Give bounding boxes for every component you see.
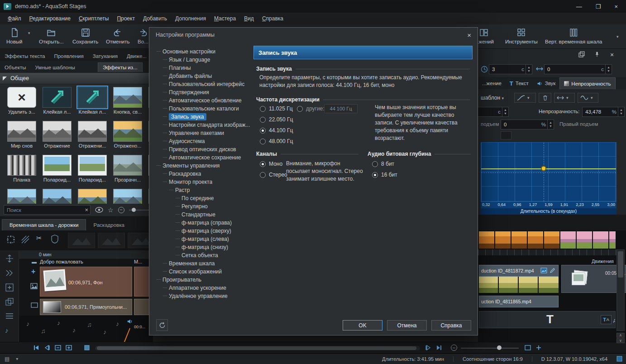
preview-eye-icon[interactable] (95, 207, 103, 213)
hscroll-thumb[interactable] (97, 346, 416, 350)
tree-item[interactable]: ф-матрица (справа) (153, 219, 251, 227)
fit-view-icon[interactable] (524, 344, 531, 351)
samplerate-option-selected[interactable]: 44.100 Гц (260, 127, 293, 134)
tree-item[interactable]: Плагины (153, 64, 251, 72)
tree-item[interactable]: ф-матрица (сверху) (153, 227, 251, 235)
tree-item[interactable]: Автоматическое обновление (153, 96, 251, 105)
effects-group-header[interactable]: Общее (0, 73, 153, 84)
minimize-button[interactable]: — (576, 3, 582, 10)
tree-item[interactable]: Язык / Language (153, 56, 251, 64)
tree-item[interactable]: Монитор проекта (153, 178, 251, 186)
tree-item[interactable]: Настройки стандарта изображ... (153, 121, 251, 129)
effect-item[interactable]: Мир снов (4, 121, 39, 155)
timeline-zoom-slider[interactable] (461, 348, 519, 349)
maximize-button[interactable]: ❒ (596, 3, 601, 10)
marker-icon[interactable] (83, 344, 91, 351)
opacity-spinner[interactable]: 43,478 % ▲▼ (582, 107, 625, 117)
tree-item[interactable]: Пользовательский интерфейс (153, 80, 251, 88)
menu-wizards[interactable]: Мастера (210, 14, 240, 24)
opacity-curve-plot[interactable] (481, 142, 616, 202)
menu-file[interactable]: Файл (4, 14, 25, 24)
tree-item[interactable]: Раскадровка (153, 170, 251, 178)
tree-item[interactable]: Список изображений (153, 268, 251, 276)
effect-item[interactable] (4, 189, 39, 204)
insert-plus-icon[interactable]: + (31, 268, 35, 276)
curve-preset-combo[interactable]: ▾ (514, 93, 536, 103)
keyframe-point[interactable] (541, 166, 546, 171)
step-back-icon[interactable] (43, 344, 51, 351)
skip-start-icon[interactable] (33, 344, 40, 351)
dialog-close-icon[interactable]: × (467, 31, 471, 39)
channel-option[interactable]: Стерео (260, 172, 287, 178)
transform-tool-icon[interactable] (6, 235, 15, 244)
text-clip[interactable]: T TA Дви... (479, 311, 616, 328)
close-button[interactable]: × (614, 3, 618, 10)
tab-smart-templates[interactable]: Умные шаблоны (30, 63, 79, 72)
music-track[interactable]: ♪ ♫ ♪ ♪ ♫ ♪ ♪ 00:0... (19, 316, 153, 342)
check-settings-button[interactable] (156, 319, 168, 331)
clip-background[interactable]: 00:06,971, Фон (40, 267, 132, 297)
effect-item[interactable]: × Удалить э... (4, 87, 39, 121)
effect-item[interactable]: Планка (4, 155, 39, 189)
collapse-track-icon[interactable]: ▬ (32, 259, 37, 264)
new-dropdown-icon[interactable]: ▾ (28, 31, 30, 35)
collapse-arrow-icon[interactable] (3, 77, 7, 81)
right-timeline-ruler[interactable] (478, 249, 616, 255)
range-out-icon[interactable] (65, 344, 72, 351)
toolbar-overflow-icon[interactable]: ▾ (616, 34, 619, 39)
video-clip-2[interactable]: uction ID_4811865.mp4 (479, 296, 559, 307)
effect-item[interactable]: Прозрачн... (110, 155, 145, 189)
open-button[interactable]: Открыть... (35, 26, 67, 46)
thumbnail-size-slider[interactable] (129, 210, 149, 211)
vscroll-thumb[interactable] (618, 251, 623, 278)
slide-thumb[interactable] (577, 231, 592, 249)
spinner-arrows-icon[interactable]: ▲▼ (547, 120, 554, 129)
menu-scriptlets[interactable]: Скриптлеты (75, 14, 113, 24)
effect-item[interactable]: Отражено... (110, 121, 145, 155)
pin-panel-icon[interactable] (594, 51, 600, 57)
scroll-up-icon[interactable]: ∧ (616, 333, 625, 338)
menu-add[interactable]: Добавить (139, 14, 171, 24)
search-input[interactable] (4, 206, 90, 214)
film-frame[interactable] (499, 277, 518, 293)
tree-item[interactable]: Стандартные (153, 211, 251, 219)
rise-spinner-small[interactable] (501, 131, 511, 139)
effect-item[interactable] (75, 189, 110, 204)
slide-thumb[interactable] (593, 231, 608, 249)
slide-thumb[interactable] (560, 231, 576, 249)
scissors-icon[interactable]: ✂ (36, 234, 42, 242)
slide-thumb[interactable] (544, 231, 559, 249)
status-menu-icon[interactable]: ▤ (0, 356, 10, 362)
samplerate-other-option[interactable]: другие: (297, 105, 325, 112)
tab-text[interactable]: TТекст (506, 77, 533, 89)
menu-project[interactable]: Проект (113, 14, 139, 24)
slide-thumb[interactable] (479, 231, 494, 249)
pan-tool-icon[interactable] (5, 254, 14, 263)
text-style-icon[interactable]: TA (601, 315, 612, 324)
save-button[interactable]: Сохранить (69, 26, 102, 46)
tree-item[interactable]: ф-матрица (снизу) (153, 243, 251, 251)
ok-button[interactable]: OK (343, 320, 382, 330)
tree-item[interactable]: Элементы управления (153, 162, 251, 170)
slide-thumb[interactable] (495, 231, 511, 249)
tab-sound[interactable]: Звук (533, 77, 560, 89)
tab-motion[interactable]: ...жение (478, 77, 506, 89)
close-panel-icon[interactable]: × (610, 51, 614, 58)
snap-tool-icon[interactable] (5, 268, 14, 278)
tree-item[interactable]: Временная шкала (153, 259, 251, 268)
spinner-arrows-icon[interactable]: ▲▼ (502, 107, 508, 116)
tree-item[interactable]: Сетка объекта (153, 251, 251, 259)
clip-photo-icon[interactable] (540, 268, 547, 273)
tab-image-effects[interactable]: Эффекты из... (98, 62, 143, 72)
samplerate-option[interactable]: 48.000 Гц (260, 138, 293, 144)
tree-item[interactable]: Удалённое управление (153, 292, 251, 300)
notes-track-icon[interactable]: ♪ (5, 326, 9, 334)
tab-objects[interactable]: Объекты (0, 63, 30, 72)
effect-item[interactable]: Отражение (39, 121, 75, 155)
effect-item[interactable]: Кнопка, св... (110, 87, 145, 121)
effect-item[interactable]: Клейкая л... (39, 87, 75, 121)
other-samplerate-input[interactable] (324, 104, 358, 113)
spinner-arrows-icon[interactable]: ▲▼ (618, 107, 624, 116)
tab-opacity[interactable]: Непрозрачность (559, 77, 615, 89)
slide-thumb[interactable] (609, 231, 616, 249)
